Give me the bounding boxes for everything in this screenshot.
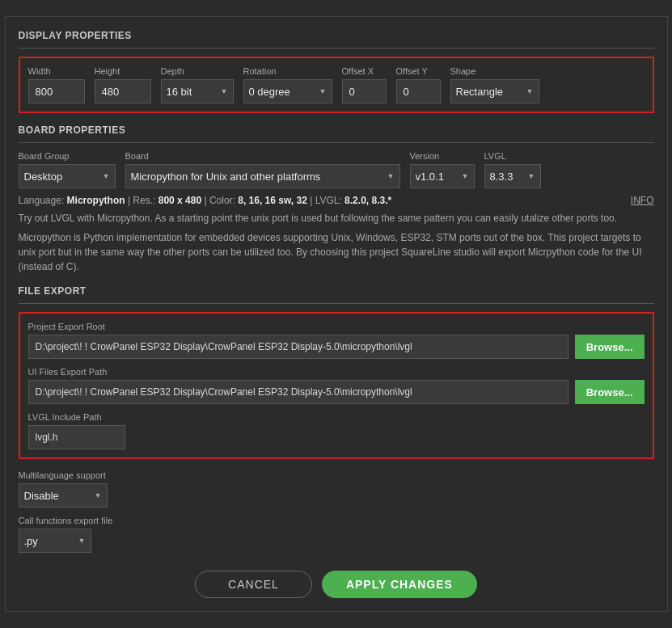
board-properties-title: BOARD PROPERTIES <box>19 124 654 136</box>
lvgl-include-label: LVGL Include Path <box>28 412 645 422</box>
info-link[interactable]: INFO <box>631 195 654 206</box>
ui-files-export-label: UI Files Export Path <box>28 367 645 377</box>
multilanguage-select[interactable]: Disable Enable <box>19 483 108 508</box>
lvgl-include-input[interactable] <box>28 425 125 449</box>
offset-y-input[interactable] <box>396 79 441 103</box>
board-group-field: Board Group Desktop ESP32 STM32 <box>19 151 116 188</box>
depth-select[interactable]: 16 bit 1 bit 8 bit 32 bit <box>161 79 234 103</box>
project-settings-dialog: DISPLAY PROPERTIES Width Height Depth 16… <box>5 16 668 612</box>
depth-label: Depth <box>161 66 234 76</box>
board-group-select[interactable]: Desktop ESP32 STM32 <box>19 164 116 188</box>
board-select-wrapper: Micropython for Unix and other platforms <box>125 164 400 188</box>
display-properties-title: DISPLAY PROPERTIES <box>19 30 654 41</box>
multilanguage-select-wrapper: Disable Enable <box>19 483 108 508</box>
bottom-buttons: CANCEL APPLY CHANGES <box>19 564 654 598</box>
depth-select-wrapper: 16 bit 1 bit 8 bit 32 bit <box>161 79 234 103</box>
height-label: Height <box>95 66 151 76</box>
project-export-path-row: Browse... <box>28 335 645 359</box>
board-field: Board Micropython for Unix and other pla… <box>125 151 400 188</box>
ui-files-export-input[interactable] <box>28 380 568 404</box>
extra-options-section: Multilanguage support Disable Enable Cal… <box>19 470 654 553</box>
project-export-row: Project Export Root Browse... <box>28 322 645 359</box>
project-export-input[interactable] <box>28 335 568 359</box>
multilanguage-label: Multilanguage support <box>19 470 654 480</box>
file-export-box: Project Export Root Browse... UI Files E… <box>19 312 654 459</box>
rotation-select[interactable]: 0 degree 90 degree 180 degree 270 degree <box>243 79 332 103</box>
height-field: Height <box>95 66 151 103</box>
file-export-title: FILE EXPORT <box>19 285 654 297</box>
rotation-field: Rotation 0 degree 90 degree 180 degree 2… <box>243 66 332 103</box>
shape-select-wrapper: Rectangle Circle <box>450 79 539 103</box>
version-field: Version v1.0.1 v1.0.0 <box>410 151 475 188</box>
board-group-label: Board Group <box>19 151 116 161</box>
rotation-select-wrapper: 0 degree 90 degree 180 degree 270 degree <box>243 79 332 103</box>
lvgl-select[interactable]: 8.3.3 8.2.0 <box>484 164 541 188</box>
board-select[interactable]: Micropython for Unix and other platforms <box>125 164 400 188</box>
width-input[interactable] <box>28 79 85 103</box>
board-desc2: Micropython is Python implementation for… <box>19 230 654 274</box>
display-properties-section: DISPLAY PROPERTIES Width Height Depth 16… <box>19 30 654 113</box>
lvgl-include-row: LVGL Include Path <box>28 412 645 449</box>
width-label: Width <box>28 66 85 76</box>
file-export-section: FILE EXPORT Project Export Root Browse..… <box>19 285 654 459</box>
offset-x-input[interactable] <box>342 79 387 103</box>
shape-select[interactable]: Rectangle Circle <box>450 79 539 103</box>
board-group-select-wrapper: Desktop ESP32 STM32 <box>19 164 116 188</box>
call-functions-row: Call functions export file .py .c <box>19 516 654 553</box>
version-select-wrapper: v1.0.1 v1.0.0 <box>410 164 475 188</box>
apply-changes-button[interactable]: APPLY CHANGES <box>322 571 477 598</box>
call-functions-select-wrapper: .py .c <box>19 529 91 553</box>
shape-field: Shape Rectangle Circle <box>450 66 539 103</box>
shape-label: Shape <box>450 66 539 76</box>
multilanguage-row: Multilanguage support Disable Enable <box>19 470 654 508</box>
offset-y-label: Offset Y <box>396 66 441 76</box>
board-label: Board <box>125 151 400 161</box>
height-input[interactable] <box>95 79 151 103</box>
board-info-text: Language: Micropython | Res.: 800 x 480 … <box>19 195 392 206</box>
call-functions-select[interactable]: .py .c <box>19 529 91 553</box>
ui-files-export-path-row: Browse... <box>28 380 645 404</box>
offset-x-field: Offset X <box>342 66 387 103</box>
call-functions-label: Call functions export file <box>19 516 654 525</box>
project-export-browse-button[interactable]: Browse... <box>575 335 645 359</box>
board-desc1: Try out LVGL with Micropython. As a star… <box>19 211 654 225</box>
width-field: Width <box>28 66 85 103</box>
ui-files-export-row: UI Files Export Path Browse... <box>28 367 645 404</box>
offset-y-field: Offset Y <box>396 66 441 103</box>
board-info-line: Language: Micropython | Res.: 800 x 480 … <box>19 195 654 206</box>
board-properties-section: BOARD PROPERTIES Board Group Desktop ESP… <box>19 124 654 274</box>
board-props-row: Board Group Desktop ESP32 STM32 Board Mi… <box>19 151 654 188</box>
rotation-label: Rotation <box>243 66 332 76</box>
offset-x-label: Offset X <box>342 66 387 76</box>
ui-files-browse-button[interactable]: Browse... <box>575 380 645 404</box>
depth-field: Depth 16 bit 1 bit 8 bit 32 bit <box>161 66 234 103</box>
version-select[interactable]: v1.0.1 v1.0.0 <box>410 164 475 188</box>
display-props-row: Width Height Depth 16 bit 1 bit 8 bit 32… <box>28 66 645 103</box>
display-properties-box: Width Height Depth 16 bit 1 bit 8 bit 32… <box>19 57 654 113</box>
lvgl-select-wrapper: 8.3.3 8.2.0 <box>484 164 541 188</box>
project-export-label: Project Export Root <box>28 322 645 331</box>
lvgl-field: LVGL 8.3.3 8.2.0 <box>484 151 541 188</box>
cancel-button[interactable]: CANCEL <box>195 571 312 598</box>
version-label: Version <box>410 151 475 161</box>
lvgl-label: LVGL <box>484 151 541 161</box>
